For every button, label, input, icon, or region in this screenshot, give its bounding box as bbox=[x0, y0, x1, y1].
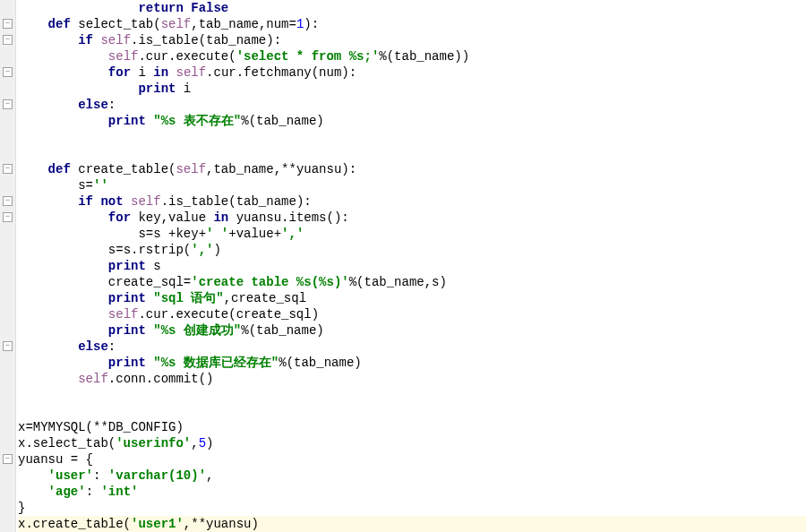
code-editor[interactable]: return False def select_tab(self,tab_nam… bbox=[16, 0, 806, 532]
code-line[interactable]: self.cur.execute('select * from %s;'%(ta… bbox=[18, 48, 806, 64]
code-line[interactable]: self.cur.execute(create_sql) bbox=[18, 306, 806, 322]
code-line[interactable]: print "%s 数据库已经存在"%(tab_name) bbox=[18, 355, 806, 371]
code-line[interactable]: s=s.rstrip(',') bbox=[18, 242, 806, 258]
code-line[interactable]: else: bbox=[18, 339, 806, 355]
code-line[interactable]: yuansu = { bbox=[18, 451, 806, 468]
code-line[interactable]: if not self.is_table(tab_name): bbox=[18, 193, 806, 210]
code-line[interactable] bbox=[18, 387, 806, 403]
code-line[interactable] bbox=[18, 403, 806, 419]
fold-marker[interactable]: − bbox=[3, 99, 13, 109]
gutter: − − − − − − − − − bbox=[0, 0, 16, 532]
fold-marker[interactable]: − bbox=[3, 196, 13, 206]
code-line[interactable]: def select_tab(self,tab_name,num=1): bbox=[18, 16, 806, 32]
code-line[interactable]: self.conn.commit() bbox=[18, 371, 806, 387]
code-line[interactable]: def create_table(self,tab_name,**yuansu)… bbox=[18, 161, 806, 177]
code-line[interactable]: print "sql 语句",create_sql bbox=[18, 290, 806, 306]
code-line[interactable]: print i bbox=[18, 81, 806, 97]
code-line[interactable]: for i in self.cur.fetchmany(num): bbox=[18, 64, 806, 81]
code-line[interactable]: else: bbox=[18, 97, 806, 113]
code-line[interactable]: x.select_tab('userinfo',5) bbox=[18, 435, 806, 451]
code-line[interactable]: if self.is_table(tab_name): bbox=[18, 32, 806, 48]
code-line[interactable]: for key,value in yuansu.items(): bbox=[18, 210, 806, 226]
code-line[interactable]: x=MYMYSQL(**DB_CONFIG) bbox=[18, 419, 806, 435]
code-line[interactable]: } bbox=[18, 500, 806, 516]
fold-marker[interactable]: − bbox=[3, 164, 13, 174]
code-line[interactable]: 'age': 'int' bbox=[18, 484, 806, 500]
code-line[interactable]: print "%s 表不存在"%(tab_name) bbox=[18, 113, 806, 129]
code-line[interactable]: print s bbox=[18, 258, 806, 274]
fold-marker[interactable]: − bbox=[3, 454, 13, 464]
code-line[interactable]: print "%s 创建成功"%(tab_name) bbox=[18, 322, 806, 339]
code-line-current[interactable]: x.create_table('user1',**yuansu) bbox=[18, 516, 806, 532]
code-line[interactable] bbox=[18, 129, 806, 145]
code-line[interactable]: return False bbox=[18, 0, 806, 16]
code-line[interactable]: 'user': 'varchar(10)', bbox=[18, 468, 806, 484]
code-line[interactable]: s='' bbox=[18, 177, 806, 193]
fold-marker[interactable]: − bbox=[3, 212, 13, 222]
fold-marker[interactable]: − bbox=[3, 341, 13, 351]
fold-marker[interactable]: − bbox=[3, 67, 13, 77]
code-line[interactable]: s=s +key+' '+value+',' bbox=[18, 226, 806, 242]
code-line[interactable]: create_sql='create table %s(%s)'%(tab_na… bbox=[18, 274, 806, 290]
fold-marker[interactable]: − bbox=[3, 35, 13, 45]
code-line[interactable] bbox=[18, 145, 806, 161]
fold-marker[interactable]: − bbox=[3, 19, 13, 29]
